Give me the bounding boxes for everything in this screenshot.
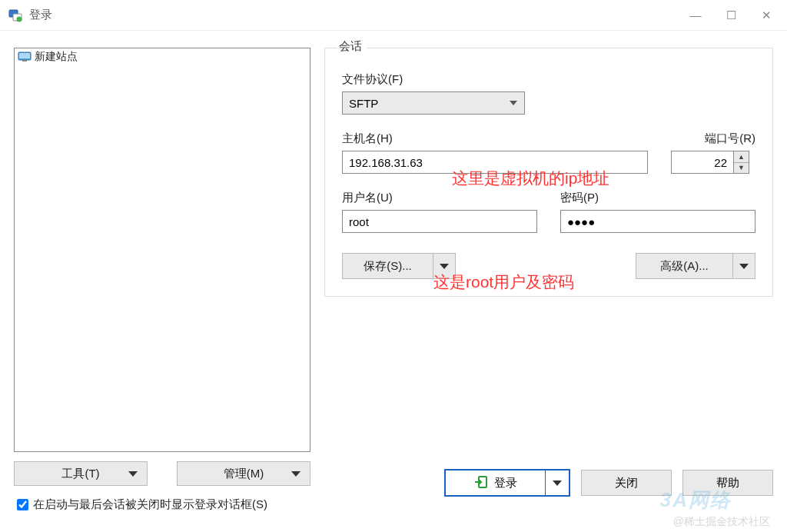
svg-rect-4	[19, 53, 30, 58]
login-button[interactable]: 登录	[446, 470, 546, 495]
help-button[interactable]: 帮助	[682, 470, 773, 496]
site-tree[interactable]: 新建站点	[14, 48, 310, 452]
host-input[interactable]	[342, 151, 648, 174]
chevron-down-icon	[553, 480, 562, 486]
tools-button[interactable]: 工具(T)	[14, 461, 148, 486]
show-login-checkbox-input[interactable]	[17, 499, 28, 510]
maximize-button[interactable]: ☐	[713, 3, 749, 28]
title-bar: 登录 — ☐ ✕	[0, 0, 787, 31]
session-legend: 会话	[337, 39, 367, 54]
username-label: 用户名(U)	[342, 191, 537, 205]
save-dropdown[interactable]	[433, 253, 456, 279]
watermark-community: @稀土掘金技术社区	[673, 515, 770, 529]
window-title: 登录	[29, 8, 52, 22]
advanced-button[interactable]: 高级(A)...	[636, 253, 732, 279]
spinner-up[interactable]: ▲	[734, 151, 749, 163]
login-button-group: 登录	[444, 469, 570, 497]
username-input[interactable]	[342, 210, 537, 233]
close-button[interactable]: 关闭	[581, 470, 672, 496]
session-fieldset: 会话 文件协议(F) 主机名(H) 端口号(R) ▲	[324, 48, 773, 297]
minimize-button[interactable]: —	[678, 3, 713, 28]
close-window-button[interactable]: ✕	[749, 3, 784, 28]
password-input[interactable]	[560, 210, 755, 233]
window-controls: — ☐ ✕	[678, 3, 784, 28]
advanced-dropdown[interactable]	[732, 253, 755, 279]
chevron-down-icon	[739, 264, 749, 269]
protocol-select[interactable]	[342, 91, 525, 115]
app-icon	[8, 8, 23, 23]
login-dropdown[interactable]	[546, 470, 569, 495]
chevron-down-icon	[128, 471, 138, 477]
host-label: 主机名(H)	[342, 131, 648, 146]
site-tree-item[interactable]: 新建站点	[15, 48, 310, 65]
protocol-label: 文件协议(F)	[342, 72, 755, 87]
svg-point-2	[17, 16, 22, 22]
chevron-down-icon	[440, 264, 449, 269]
chevron-down-icon	[291, 471, 301, 477]
port-input[interactable]	[671, 151, 734, 174]
spinner-down[interactable]: ▼	[734, 163, 749, 174]
password-label: 密码(P)	[560, 191, 755, 205]
monitor-icon	[18, 52, 32, 62]
svg-rect-5	[22, 60, 27, 62]
save-button[interactable]: 保存(S)...	[342, 253, 433, 279]
port-label: 端口号(R)	[671, 131, 755, 146]
port-spinner[interactable]: ▲ ▼	[734, 151, 749, 174]
manage-button[interactable]: 管理(M)	[177, 461, 310, 486]
show-login-on-close-checkbox[interactable]: 在启动与最后会话被关闭时显示登录对话框(S)	[14, 497, 310, 513]
site-item-label: 新建站点	[35, 50, 78, 64]
login-icon	[474, 475, 488, 491]
